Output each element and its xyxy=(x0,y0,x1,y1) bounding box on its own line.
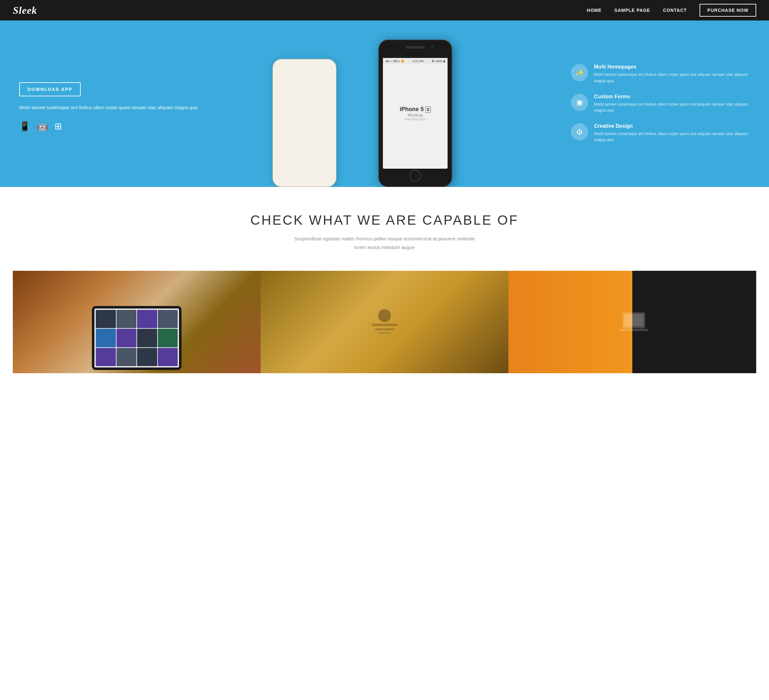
image-stationary xyxy=(261,271,508,373)
tc-2 xyxy=(117,310,137,328)
tc-8 xyxy=(158,329,178,347)
multi-homepages-title: Multi Homepages xyxy=(594,64,759,70)
nav-item-purchase[interactable]: PURCHASE NOW xyxy=(700,7,756,13)
image-tablet xyxy=(13,271,261,373)
svg-rect-1 xyxy=(372,324,397,326)
tc-5 xyxy=(96,329,116,347)
tc-4 xyxy=(158,310,178,328)
phone-caption: Free Resource xyxy=(405,117,426,121)
tc-7 xyxy=(137,329,157,347)
stationary-placeholder xyxy=(261,271,508,373)
hero-right: ✨ Multi Homepages Morbi laoreet sceleris… xyxy=(561,21,769,187)
hero-section: DOWNLOAD APP Morbi laoreet scelerisque o… xyxy=(0,21,769,187)
tc-9 xyxy=(96,348,116,366)
logo: Sleek xyxy=(13,5,37,16)
phone-camera xyxy=(431,45,434,48)
tc-6 xyxy=(117,329,137,347)
capabilities-description: Suspendisse egestas mattis rhoncus pelle… xyxy=(288,234,481,252)
phone-back xyxy=(272,59,336,187)
creative-design-text: Creative Design Morbi laoreet scelerisqu… xyxy=(594,123,759,143)
nav-link-sample-page[interactable]: SAMPLE PAGE xyxy=(615,8,650,13)
custom-forms-desc: Morbi laoreet scelerisque orci finibus u… xyxy=(594,101,759,114)
hero-left: DOWNLOAD APP Morbi laoreet scelerisque o… xyxy=(0,21,269,187)
phone-screen: iPhone 5 S MockUp Free Resource xyxy=(383,58,447,169)
status-battery: ✤ 100% ▮ xyxy=(432,59,445,63)
multi-homepages-icon: ✨ xyxy=(571,64,588,81)
custom-forms-title: Custom Forms xyxy=(594,94,759,100)
android-icon: 🤖 xyxy=(37,121,48,132)
phone-home-button xyxy=(409,170,421,181)
tc-10 xyxy=(117,348,137,366)
hero-description: Morbi laoreet scelerisque orci finibus u… xyxy=(19,104,256,112)
svg-rect-2 xyxy=(375,328,394,330)
nav-item-home[interactable]: HOME xyxy=(587,7,602,13)
image-laptop xyxy=(508,271,756,373)
nav-item-contact[interactable]: CONTACT xyxy=(663,7,687,13)
phone-status-bar: ●●○○ BELL 🔶 4:21 PM ✤ 100% ▮ xyxy=(383,58,447,64)
multi-homepages-desc: Morbi laoreet scelerisque orci finibus u… xyxy=(594,72,759,84)
phone-subtitle: MockUp xyxy=(407,113,423,117)
status-carrier: ●●○○ BELL 🔶 xyxy=(386,59,404,63)
custom-forms-icon: ▣ xyxy=(571,94,588,111)
phone-container: ●●○○ BELL 🔶 4:21 PM ✤ 100% ▮ iPhone 5 S … xyxy=(269,21,561,187)
ios-icon: 📱 xyxy=(19,121,31,132)
nav-item-sample-page[interactable]: SAMPLE PAGE xyxy=(615,7,650,13)
navbar: Sleek HOME SAMPLE PAGE CONTACT PURCHASE … xyxy=(0,0,769,21)
image-grid xyxy=(13,271,756,373)
phone-speaker xyxy=(405,46,425,49)
creative-design-title: Creative Design xyxy=(594,123,759,129)
tc-11 xyxy=(137,348,157,366)
tc-1 xyxy=(96,310,116,328)
tc-12 xyxy=(158,348,178,366)
windows-icon: ⊞ xyxy=(55,121,62,132)
nav-link-contact[interactable]: CONTACT xyxy=(663,8,687,13)
platform-icons: 📱 🤖 ⊞ xyxy=(19,121,256,132)
hero-center: ●●○○ BELL 🔶 4:21 PM ✤ 100% ▮ iPhone 5 S … xyxy=(269,21,561,187)
phone-front: ●●○○ BELL 🔶 4:21 PM ✤ 100% ▮ iPhone 5 S … xyxy=(378,40,452,187)
svg-rect-6 xyxy=(619,329,648,331)
phone-model: iPhone 5 S xyxy=(399,106,431,113)
svg-rect-5 xyxy=(624,314,644,326)
purchase-button[interactable]: PURCHASE NOW xyxy=(700,4,756,17)
nav-links: HOME SAMPLE PAGE CONTACT PURCHASE NOW xyxy=(587,7,756,13)
capabilities-title: CHECK WHAT WE ARE CAPABLE OF xyxy=(13,212,756,228)
creative-design-icon: ⏻ xyxy=(571,123,588,141)
laptop-placeholder xyxy=(508,271,756,373)
download-app-button[interactable]: DOWNLOAD APP xyxy=(19,82,81,96)
feature-multi-homepages: ✨ Multi Homepages Morbi laoreet sceleris… xyxy=(571,64,759,84)
multi-homepages-text: Multi Homepages Morbi laoreet scelerisqu… xyxy=(594,64,759,84)
svg-point-0 xyxy=(378,309,391,322)
capabilities-section: CHECK WHAT WE ARE CAPABLE OF Suspendisse… xyxy=(0,187,769,392)
custom-forms-text: Custom Forms Morbi laoreet scelerisque o… xyxy=(594,94,759,114)
tc-3 xyxy=(137,310,157,328)
feature-custom-forms: ▣ Custom Forms Morbi laoreet scelerisque… xyxy=(571,94,759,114)
status-time: 4:21 PM xyxy=(413,59,424,63)
creative-design-desc: Morbi laoreet scelerisque orci finibus u… xyxy=(594,131,759,143)
tablet-device xyxy=(92,306,182,370)
svg-rect-3 xyxy=(378,332,391,334)
nav-link-home[interactable]: HOME xyxy=(587,8,602,13)
feature-creative-design: ⏻ Creative Design Morbi laoreet sceleris… xyxy=(571,123,759,143)
